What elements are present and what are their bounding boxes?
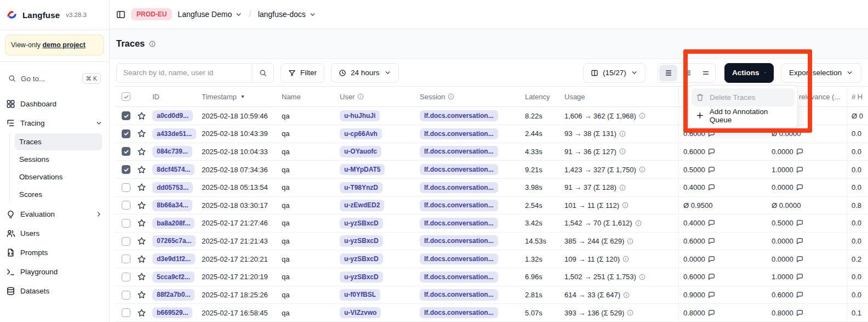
info-icon[interactable] <box>635 220 642 227</box>
star-icon[interactable] <box>137 218 146 228</box>
demo-project-link[interactable]: demo project <box>42 41 85 49</box>
row-checkbox[interactable] <box>122 291 130 300</box>
comment-icon[interactable] <box>708 219 715 227</box>
session-badge[interactable]: lf.docs.conversation... <box>420 253 498 264</box>
row-checkbox[interactable] <box>122 165 130 174</box>
col-header-latency[interactable]: Latency <box>523 93 562 101</box>
col-header-name[interactable]: Name <box>279 93 338 101</box>
select-all-checkbox[interactable] <box>122 92 130 101</box>
col-header-id[interactable]: ID <box>150 93 199 101</box>
table-row[interactable]: 8b66a34...2025-02-18 03:30:17qau-zEwdED2… <box>115 197 868 215</box>
comment-icon[interactable] <box>708 166 715 173</box>
user-badge[interactable]: u-yzSBxcD <box>340 272 383 283</box>
user-badge[interactable]: u-huJhuJi <box>340 110 380 121</box>
row-checkbox[interactable] <box>122 201 130 210</box>
session-badge[interactable]: lf.docs.conversation... <box>420 289 498 300</box>
trace-id-badge[interactable]: a433de51... <box>152 128 196 139</box>
row-checkbox[interactable] <box>122 308 130 317</box>
sidebar-item-evaluation[interactable]: Evaluation <box>0 205 109 223</box>
session-badge[interactable]: lf.docs.conversation... <box>420 235 498 246</box>
row-checkbox[interactable] <box>122 237 130 246</box>
table-row[interactable]: b669529...2025-02-17 16:58:45qau-VIZzvwo… <box>115 304 868 322</box>
session-badge[interactable]: lf.docs.conversation... <box>420 272 498 283</box>
sidebar-item-traces[interactable]: Traces <box>15 133 102 150</box>
sidebar-item-sessions[interactable]: Sessions <box>15 151 102 168</box>
menu-item-delete-traces[interactable]: Delete Traces <box>692 88 795 106</box>
info-icon[interactable] <box>619 184 626 191</box>
comment-icon[interactable] <box>796 256 803 263</box>
info-icon[interactable] <box>622 202 629 208</box>
comment-icon[interactable] <box>708 256 715 263</box>
info-icon[interactable] <box>639 274 646 280</box>
row-checkbox[interactable] <box>122 219 130 228</box>
filter-button[interactable]: Filter <box>281 63 324 83</box>
trace-id-badge[interactable]: a0cd0d9... <box>152 110 193 121</box>
comment-icon[interactable] <box>796 219 803 227</box>
user-badge[interactable]: u-VIZzvwo <box>340 307 381 318</box>
sidebar-item-tracing[interactable]: Tracing <box>0 114 109 132</box>
star-icon[interactable] <box>137 111 146 121</box>
row-height-medium-button[interactable] <box>678 64 696 82</box>
user-badge[interactable]: u-T98YnzD <box>340 182 382 193</box>
trace-id-badge[interactable]: 8b66a34... <box>152 200 192 211</box>
sidebar-item-datasets[interactable]: Datasets <box>0 281 109 300</box>
sidebar-item-prompts[interactable]: Prompts <box>0 243 109 262</box>
row-checkbox[interactable] <box>122 147 130 156</box>
trace-id-badge[interactable]: b669529... <box>152 307 192 318</box>
col-header-usage[interactable]: Usage <box>562 93 678 101</box>
star-icon[interactable] <box>137 290 146 300</box>
user-badge[interactable]: u-f0YfBSL <box>340 289 380 300</box>
session-badge[interactable]: lf.docs.conversation... <box>420 164 498 175</box>
session-badge[interactable]: lf.docs.conversation... <box>420 128 498 139</box>
search-submit-button[interactable] <box>252 64 273 82</box>
info-icon[interactable] <box>619 148 626 155</box>
user-badge[interactable]: u-MYpDAT5 <box>340 164 385 175</box>
user-badge[interactable]: u-yzSBxcD <box>340 235 383 246</box>
trace-id-badge[interactable]: 8dcf4574... <box>152 164 195 175</box>
session-badge[interactable]: lf.docs.conversation... <box>420 182 498 193</box>
comment-icon[interactable] <box>796 184 803 191</box>
star-icon[interactable] <box>137 183 146 192</box>
comment-icon[interactable] <box>708 309 715 317</box>
trace-id-badge[interactable]: d3e9d1f2... <box>152 253 195 264</box>
comment-icon[interactable] <box>708 273 715 280</box>
info-icon[interactable] <box>623 256 629 262</box>
comment-icon[interactable] <box>708 130 715 137</box>
session-badge[interactable]: lf.docs.conversation... <box>420 307 498 318</box>
row-height-small-button[interactable] <box>659 65 677 81</box>
star-icon[interactable] <box>137 308 146 318</box>
row-checkbox[interactable] <box>122 255 130 263</box>
star-icon[interactable] <box>137 147 146 156</box>
session-badge[interactable]: lf.docs.conversation... <box>420 200 498 211</box>
col-header-timestamp[interactable]: Timestamp▼ <box>199 93 279 101</box>
trace-id-badge[interactable]: 084c739... <box>152 146 192 157</box>
star-icon[interactable] <box>137 272 146 281</box>
comment-icon[interactable] <box>796 273 803 280</box>
column-visibility-button[interactable]: (15/27) <box>583 63 646 83</box>
user-badge[interactable]: u-yzSBxcD <box>340 253 383 264</box>
star-icon[interactable] <box>137 165 146 174</box>
comment-icon[interactable] <box>796 238 803 245</box>
session-badge[interactable]: lf.docs.conversation... <box>420 110 498 121</box>
trace-id-badge[interactable]: 88f2a7b0... <box>152 289 195 300</box>
row-checkbox[interactable] <box>122 129 130 138</box>
row-checkbox[interactable] <box>122 111 130 120</box>
row-checkbox[interactable] <box>122 273 130 281</box>
sidebar-toggle-icon[interactable] <box>116 10 125 19</box>
table-row[interactable]: 5cca9cf2...2025-02-17 21:20:19qau-yzSBxc… <box>115 268 868 286</box>
sidebar-item-users[interactable]: Users <box>0 224 109 242</box>
user-badge[interactable]: u-zEwdED2 <box>340 200 384 211</box>
col-header-user[interactable]: User <box>338 93 418 101</box>
trace-id-badge[interactable]: ba8a208f... <box>152 218 195 229</box>
info-icon[interactable] <box>639 112 646 119</box>
info-icon[interactable] <box>627 309 633 316</box>
session-badge[interactable]: lf.docs.conversation... <box>420 146 498 157</box>
goto-search[interactable]: Go to... ⌘ K <box>5 69 104 88</box>
star-icon[interactable] <box>137 236 146 246</box>
table-row[interactable]: d3e9d1f2...2025-02-17 21:20:21qau-yzSBxc… <box>115 250 868 268</box>
comment-icon[interactable] <box>708 291 715 298</box>
user-badge[interactable]: u-OYauofc <box>340 146 381 157</box>
session-badge[interactable]: lf.docs.conversation... <box>420 218 498 229</box>
comment-icon[interactable] <box>796 166 803 173</box>
info-icon[interactable] <box>149 41 156 47</box>
